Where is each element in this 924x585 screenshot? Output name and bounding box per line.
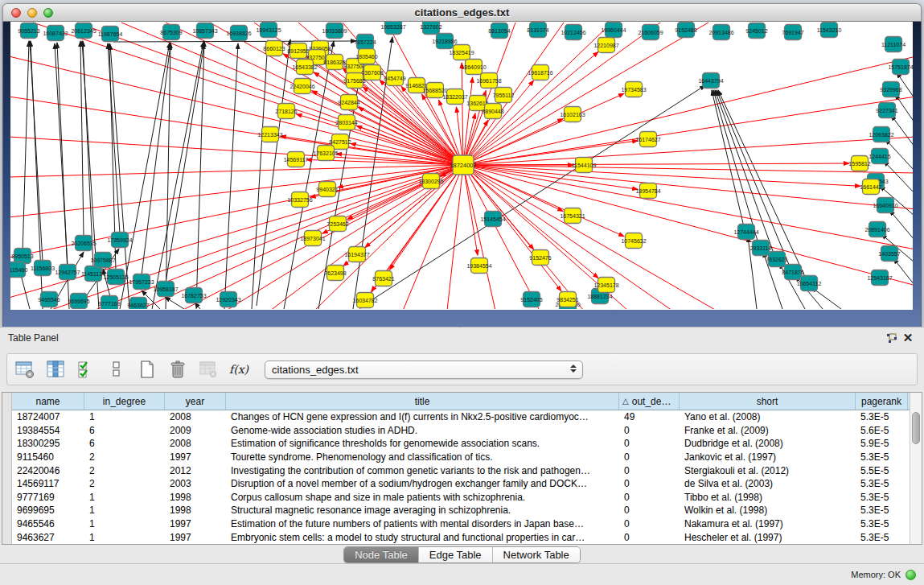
table-cell[interactable]: 0: [619, 437, 680, 451]
table-cell[interactable]: 5.3E-5: [856, 491, 908, 505]
table-row[interactable]: 969969511998Structural magnetic resonanc…: [12, 504, 910, 517]
table-cell[interactable]: Changes of HCN gene expression and I(f) …: [226, 410, 619, 424]
table-cell[interactable]: 1: [84, 517, 165, 531]
table-cell[interactable]: Genome-wide association studies in ADHD.: [226, 424, 619, 438]
table-cell[interactable]: 0: [619, 424, 680, 438]
table-cell[interactable]: 1997: [165, 530, 226, 544]
table-cell[interactable]: 9463627: [12, 530, 84, 544]
table-cell[interactable]: 0: [619, 530, 680, 544]
panel-resize-grip[interactable]: ⋰: [458, 323, 466, 327]
table-cell[interactable]: 9777169: [12, 491, 84, 505]
table-cell[interactable]: 6: [84, 437, 165, 451]
column-header-year[interactable]: year: [165, 393, 226, 410]
table-cell[interactable]: 9465546: [12, 517, 84, 531]
table-cell[interactable]: 18724007: [12, 410, 84, 424]
selection-mode-icon[interactable]: [76, 360, 96, 379]
table-cell[interactable]: 5.3E-5: [856, 504, 908, 517]
tab-edge-table[interactable]: Edge Table: [419, 547, 493, 562]
table-cell[interactable]: 0: [619, 491, 680, 505]
table-cell[interactable]: 19384554: [12, 424, 84, 438]
table-cell[interactable]: Wolkin et al. (1998): [680, 504, 856, 517]
table-cell[interactable]: Hescheler et al. (1997): [680, 530, 856, 544]
table-cell[interactable]: Nakamura et al. (1997): [680, 517, 856, 531]
table-cell[interactable]: Tourette syndrome. Phenomenology and cla…: [226, 451, 619, 464]
table-select-dropdown[interactable]: citations_edges.txt: [265, 360, 583, 379]
table-cell[interactable]: 1: [84, 410, 165, 424]
vertical-scrollbar[interactable]: [910, 393, 922, 544]
table-cell[interactable]: 5.5E-5: [856, 463, 908, 477]
table-cell[interactable]: 0: [619, 477, 680, 491]
memory-ok-indicator[interactable]: [906, 570, 916, 580]
table-row[interactable]: 1830029562008Estimation of significance …: [12, 437, 910, 451]
network-canvas[interactable]: 9055213160874322061234511987654867530910…: [10, 22, 913, 310]
citation-network-graph[interactable]: 9055213160874322061234511987654867530910…: [10, 22, 913, 309]
table-row[interactable]: 2242004622012Investigating the contribut…: [12, 463, 910, 477]
table-cell[interactable]: Investigating the contribution of common…: [226, 463, 619, 477]
column-settings-icon[interactable]: [46, 360, 65, 379]
new-table-icon[interactable]: [138, 360, 157, 379]
table-cell[interactable]: Structural magnetic resonance image aver…: [226, 504, 619, 517]
table-cell[interactable]: 2: [84, 451, 165, 464]
table-row[interactable]: 1872400712008Changes of HCN gene express…: [12, 410, 910, 424]
table-cell[interactable]: 1: [84, 504, 165, 517]
column-header-in_degree[interactable]: in_degree: [84, 393, 165, 410]
table-cell[interactable]: 18300295: [12, 437, 84, 451]
table-cell[interactable]: 2: [84, 477, 165, 491]
float-panel-icon[interactable]: [884, 331, 900, 345]
table-cell[interactable]: de Silva et al. (2003): [680, 477, 856, 491]
column-header-out_de[interactable]: △out_de…: [619, 393, 680, 410]
table-cell[interactable]: Disruption of a novel member of a sodium…: [226, 477, 619, 491]
column-header-pagerank[interactable]: pagerank: [856, 393, 908, 410]
table-cell[interactable]: 0: [619, 463, 680, 477]
scrollbar-thumb[interactable]: [912, 412, 920, 444]
column-header-short[interactable]: short: [680, 393, 856, 410]
table-cell[interactable]: 22420046: [12, 463, 84, 477]
table-row[interactable]: 1938455462009Genome-wide association stu…: [12, 424, 910, 438]
table-cell[interactable]: 2: [84, 463, 165, 477]
table-row[interactable]: 946362711997Embryonic stem cells: a mode…: [12, 530, 910, 544]
table-cell[interactable]: 6: [84, 424, 165, 438]
table-cell[interactable]: 0: [619, 504, 680, 517]
table-cell[interactable]: Franke et al. (2009): [680, 424, 856, 438]
table-cell[interactable]: Dudbridge et al. (2008): [680, 437, 856, 451]
table-settings-icon[interactable]: [15, 360, 35, 379]
table-cell[interactable]: 9115460: [12, 451, 84, 464]
table-cell[interactable]: Corpus callosum shape and size in male p…: [226, 491, 619, 505]
table-cell[interactable]: 1998: [165, 491, 226, 505]
table-cell[interactable]: 5.3E-5: [856, 477, 908, 491]
function-builder-icon[interactable]: f(x): [229, 360, 248, 379]
table-row[interactable]: 977716911998Corpus callosum shape and si…: [12, 491, 910, 505]
table-cell[interactable]: 2009: [165, 424, 226, 438]
table-cell[interactable]: 14569117: [12, 477, 84, 491]
table-row[interactable]: 911546021997Tourette syndrome. Phenomeno…: [12, 451, 910, 464]
table-cell[interactable]: 9699695: [12, 504, 84, 517]
table-cell[interactable]: 0: [619, 517, 680, 531]
zoom-window-button[interactable]: [43, 8, 53, 18]
table-cell[interactable]: 5.9E-5: [856, 437, 908, 451]
table-cell[interactable]: 5.6E-5: [856, 424, 908, 438]
table-cell[interactable]: Stergiakouli et al. (2012): [680, 463, 856, 477]
table-cell[interactable]: Estimation of the future numbers of pati…: [226, 517, 619, 531]
tab-node-table[interactable]: Node Table: [344, 547, 419, 562]
row-height-icon[interactable]: [107, 360, 126, 379]
table-cell[interactable]: 2008: [165, 437, 226, 451]
table-cell[interactable]: 2012: [165, 463, 226, 477]
minimize-window-button[interactable]: [27, 8, 37, 18]
table-cell[interactable]: Estimation of significance thresholds fo…: [226, 437, 619, 451]
table-cell[interactable]: 1998: [165, 504, 226, 517]
close-panel-icon[interactable]: ✕: [900, 331, 916, 345]
table-cell[interactable]: 49: [619, 410, 680, 424]
table-row[interactable]: 1456911722003Disruption of a novel membe…: [12, 477, 910, 491]
table-cell[interactable]: Tibbo et al. (1998): [680, 491, 856, 505]
table-cell[interactable]: 1: [84, 491, 165, 505]
tab-network-table[interactable]: Network Table: [493, 547, 580, 562]
table-cell[interactable]: 0: [619, 451, 680, 464]
table-cell[interactable]: Embryonic stem cells: a model to study s…: [226, 530, 619, 544]
table-cell[interactable]: 1997: [165, 451, 226, 464]
window-titlebar[interactable]: citations_edges.txt: [2, 3, 922, 22]
table-cell[interactable]: 5.3E-5: [856, 451, 908, 464]
delete-table-icon[interactable]: [168, 360, 187, 379]
table-row[interactable]: 946554611997Estimation of the future num…: [12, 517, 910, 531]
column-header-title[interactable]: title: [226, 393, 619, 410]
table-cell[interactable]: 2008: [165, 410, 226, 424]
